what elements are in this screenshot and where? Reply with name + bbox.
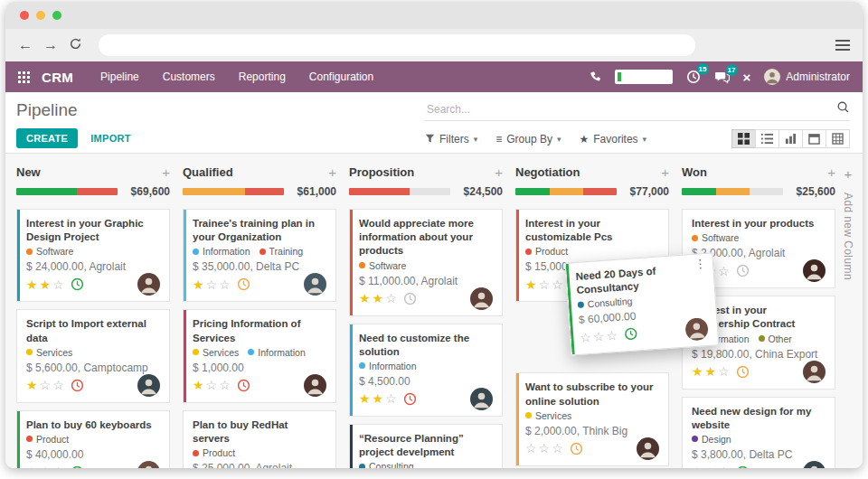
- url-bar[interactable]: [99, 34, 695, 56]
- activity-clock-icon[interactable]: [71, 379, 84, 392]
- star-rating[interactable]: ★★☆: [359, 389, 399, 409]
- star-rating[interactable]: ☆☆☆: [525, 438, 565, 458]
- user-menu[interactable]: Administrator: [764, 69, 850, 85]
- star-rating[interactable]: ★★☆: [26, 275, 66, 295]
- card-tags: ServicesInformation: [193, 347, 326, 358]
- activity-clock-icon[interactable]: [623, 327, 637, 342]
- star-rating[interactable]: ★★☆: [359, 288, 399, 308]
- maximize-window-icon[interactable]: [52, 11, 61, 20]
- activity-clock-icon[interactable]: [71, 465, 84, 468]
- odoo-navbar: CRM Pipeline Customers Reporting Configu…: [5, 61, 863, 92]
- list-view-button[interactable]: [755, 129, 779, 148]
- create-button[interactable]: CREATE: [16, 128, 78, 148]
- activities-clock-icon[interactable]: 15: [686, 70, 701, 84]
- column-progressbar[interactable]: [16, 188, 118, 195]
- kanban-card[interactable]: Interest in your Graphic Design Project …: [16, 209, 170, 302]
- group-by-dropdown[interactable]: ≡ Group By▾: [495, 133, 561, 146]
- activity-clock-icon[interactable]: [570, 442, 583, 456]
- add-new-column-button[interactable]: + Add new Column: [835, 154, 861, 280]
- kanban-card[interactable]: Need new design for my website Design $ …: [682, 397, 835, 468]
- tag-dot-icon: [359, 362, 365, 369]
- close-window-icon[interactable]: [20, 11, 29, 20]
- activity-clock-icon[interactable]: [71, 277, 84, 291]
- kanban-column-new: New + $69,600 Interest in your Graphic D…: [16, 164, 170, 468]
- card-tags: Consulting: [359, 461, 493, 468]
- add-record-icon[interactable]: +: [827, 164, 835, 180]
- avatar: [684, 317, 709, 342]
- star-rating[interactable]: ★☆☆: [193, 375, 232, 395]
- import-button[interactable]: IMPORT: [90, 133, 131, 144]
- column-progressbar[interactable]: [682, 188, 783, 195]
- star-rating[interactable]: ★☆☆: [26, 375, 66, 395]
- card-title: Script to Import external data: [26, 317, 160, 344]
- close-systray-icon[interactable]: ×: [743, 70, 751, 85]
- calendar-view-button[interactable]: [802, 129, 826, 148]
- star-rating[interactable]: ★☆☆: [26, 462, 66, 468]
- activity-clock-icon[interactable]: [403, 392, 417, 406]
- add-record-icon[interactable]: +: [495, 164, 503, 180]
- kanban-card[interactable]: Plan to buy 60 keyboards Product $ 40,00…: [16, 410, 170, 468]
- pivot-view-button[interactable]: [826, 129, 850, 148]
- nav-menu-pipeline[interactable]: Pipeline: [100, 70, 139, 83]
- add-record-icon[interactable]: +: [162, 164, 170, 180]
- activity-clock-icon[interactable]: [736, 465, 750, 468]
- activity-clock-icon[interactable]: [237, 277, 250, 291]
- avatar: [137, 461, 160, 468]
- filters-dropdown[interactable]: Filters▾: [425, 133, 477, 146]
- star-rating[interactable]: ★★☆: [692, 362, 731, 381]
- add-record-icon[interactable]: +: [328, 164, 336, 180]
- card-tags: InformationTraining: [193, 246, 326, 257]
- card-amount: $ 25,000.00, Agrolait: [193, 462, 326, 468]
- star-rating[interactable]: ★☆☆: [525, 275, 565, 295]
- column-total: $61,000: [291, 185, 336, 198]
- nav-menu-reporting[interactable]: Reporting: [239, 70, 286, 83]
- kanban-card[interactable]: “Resource Planning” project develpment C…: [349, 424, 503, 468]
- browser-menu-icon[interactable]: [835, 37, 850, 53]
- star-rating[interactable]: ☆☆☆: [580, 325, 620, 348]
- dragged-kanban-card[interactable]: ⋮ Need 20 Days of Consultancy Consulting…: [565, 252, 720, 356]
- reload-icon[interactable]: [69, 37, 82, 53]
- column-progressbar[interactable]: [349, 188, 450, 195]
- kebab-menu-icon[interactable]: ⋮: [694, 257, 707, 271]
- nav-menu-customers[interactable]: Customers: [163, 70, 215, 83]
- kanban-view-button[interactable]: [731, 129, 756, 148]
- activity-clock-icon[interactable]: [237, 379, 250, 392]
- systray-progress[interactable]: [615, 70, 673, 84]
- card-amount: $ 40,000.00: [26, 448, 160, 461]
- kanban-card[interactable]: Script to Import external data Services …: [16, 309, 170, 402]
- activity-clock-icon[interactable]: [736, 264, 750, 277]
- apps-grid-icon[interactable]: [18, 71, 30, 83]
- search-input[interactable]: [425, 102, 836, 117]
- kanban-card[interactable]: Trainee's training plan in your Organiza…: [183, 209, 336, 302]
- browser-titlebar: [5, 2, 863, 29]
- search-icon[interactable]: [836, 100, 850, 117]
- card-amount: $ 24,000.00, Agrolait: [26, 260, 160, 273]
- kanban-card[interactable]: Pricing Information of Services Services…: [183, 309, 336, 402]
- add-record-icon[interactable]: +: [661, 164, 669, 180]
- control-panel: Pipeline CREATE IMPORT Filters▾ ≡: [5, 92, 863, 153]
- kanban-card[interactable]: Would appreciate more information about …: [349, 209, 503, 316]
- activity-clock-icon[interactable]: [403, 292, 417, 305]
- card-title: Trainee's training plan in your Organiza…: [193, 217, 326, 244]
- card-title: Want to subscribe to your online solutio…: [525, 380, 659, 408]
- app-title: CRM: [42, 70, 73, 85]
- column-progressbar[interactable]: [515, 188, 617, 195]
- star-rating[interactable]: ★☆☆: [193, 275, 232, 295]
- graph-view-button[interactable]: [778, 129, 803, 148]
- messages-icon[interactable]: 17: [714, 70, 730, 84]
- kanban-card[interactable]: Plan to buy RedHat servers Product $ 25,…: [183, 410, 336, 468]
- star-rating[interactable]: ★★☆: [692, 462, 731, 468]
- column-progressbar[interactable]: [183, 188, 284, 195]
- back-icon[interactable]: ←: [18, 38, 33, 52]
- card-tag: Training: [259, 246, 304, 257]
- kanban-card[interactable]: Want to subscribe to your online solutio…: [515, 372, 669, 465]
- card-title: Interest in your Graphic Design Project: [26, 217, 160, 244]
- favorites-dropdown[interactable]: ★ Favorites▾: [579, 133, 646, 146]
- kanban-card[interactable]: Need to customize the solution Informati…: [349, 324, 503, 417]
- minimize-window-icon[interactable]: [36, 11, 45, 20]
- forward-icon[interactable]: →: [43, 38, 58, 52]
- nav-menu-configuration[interactable]: Configuration: [309, 70, 373, 83]
- phone-icon[interactable]: [590, 71, 601, 83]
- card-tag: Software: [692, 232, 739, 243]
- activity-clock-icon[interactable]: [736, 365, 750, 379]
